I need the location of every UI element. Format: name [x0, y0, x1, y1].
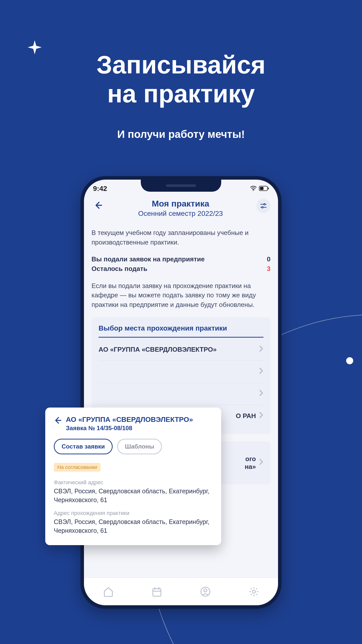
chevron-right-icon: [259, 367, 263, 376]
wifi-icon: [250, 185, 257, 193]
back-button[interactable]: [54, 416, 61, 425]
list-item[interactable]: [99, 383, 263, 405]
svg-point-5: [264, 204, 265, 205]
submitted-row: Вы подали заявок на предприятие 0: [92, 255, 270, 264]
promo-title: Записывайся на практику: [0, 50, 362, 108]
back-button[interactable]: [92, 199, 105, 213]
chevron-right-icon: [259, 458, 263, 467]
promo-subtitle: И получи работу мечты!: [0, 128, 362, 140]
application-detail-card: АО «ГРУППА «СВЕРДЛОВЭЛЕКТРО» Заявка № 14…: [45, 408, 221, 545]
phone-notch: [141, 180, 221, 192]
filter-button[interactable]: [256, 199, 270, 213]
sparkle-icon: [28, 40, 42, 54]
list-item[interactable]: [99, 361, 263, 383]
list-item[interactable]: АО «ГРУППА «СВЕРДЛОВЭЛЕКТРО»: [99, 339, 263, 361]
planned-text: В текущем учебном году запланированы уче…: [92, 228, 270, 247]
battery-icon: [259, 185, 269, 193]
svg-rect-3: [260, 187, 263, 190]
nav-calendar[interactable]: [149, 584, 164, 599]
actual-address-label: Фактический адрес: [54, 479, 213, 486]
chevron-right-icon: [259, 345, 263, 354]
svg-rect-2: [268, 187, 269, 189]
detail-title: АО «ГРУППА «СВЕРДЛОВЭЛЕКТРО»: [66, 416, 193, 424]
nav-home[interactable]: [101, 584, 116, 599]
tab-templates[interactable]: Шаблоны: [117, 439, 162, 454]
chevron-right-icon: [259, 412, 263, 420]
actual-address-value: СВЭЛ, Россия, Свердловская область, Екат…: [54, 487, 213, 504]
detail-subtitle: Заявка № 14/35-08/108: [66, 425, 193, 432]
submitted-count: 0: [267, 255, 270, 264]
tab-composition[interactable]: Состав заявки: [54, 439, 113, 454]
remaining-count: 3: [267, 264, 270, 274]
practice-address-label: Адрес прохождения практики: [54, 510, 213, 516]
svg-point-13: [204, 589, 207, 592]
page-title: Моя практика: [105, 199, 256, 209]
nav-settings[interactable]: [246, 584, 261, 599]
bottom-nav: [84, 578, 278, 605]
svg-point-0: [253, 190, 254, 191]
page-subtitle: Осенний семестр 2022/23: [105, 210, 256, 218]
svg-point-14: [252, 590, 255, 593]
chevron-right-icon: [259, 389, 263, 398]
svg-rect-8: [153, 589, 161, 596]
status-time: 9:42: [93, 185, 107, 193]
decorative-dot: [346, 357, 353, 364]
section-title: Выбор места прохождения практики: [99, 324, 263, 338]
remaining-row: Осталось подать 3: [92, 264, 270, 274]
hint-text: Если вы подали заявку на прохождение пра…: [92, 281, 270, 310]
practice-address-value: СВЭЛ, Россия, Свердловская область, Екат…: [54, 517, 213, 535]
nav-profile[interactable]: [198, 584, 213, 599]
svg-point-7: [262, 207, 263, 208]
status-badge: На согласовании: [54, 463, 101, 472]
